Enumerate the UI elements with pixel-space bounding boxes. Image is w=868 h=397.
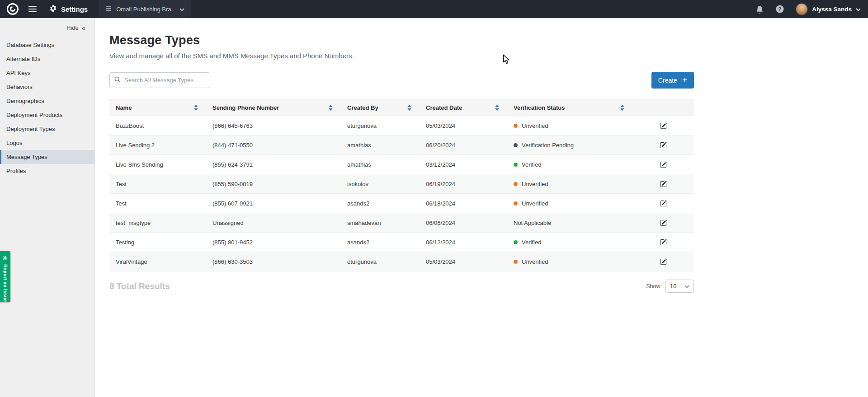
sidebar-item-deployment-products[interactable]: Deployment Products xyxy=(0,108,94,122)
page-size-select[interactable]: 10 xyxy=(665,280,694,293)
column-label: Created By xyxy=(347,104,378,111)
table-body: BuzzBoost (866) 645-6763 eturgunova 05/0… xyxy=(109,116,694,271)
cell-name: Test xyxy=(109,174,206,193)
cell-created-date: 05/03/2024 xyxy=(420,116,507,135)
status-label: Verification Pending xyxy=(522,142,574,149)
user-menu[interactable]: Alyssa Sands xyxy=(796,3,861,15)
cell-created-by: eturgunova xyxy=(341,252,420,271)
app-logo-icon[interactable] xyxy=(6,2,19,16)
edit-icon[interactable] xyxy=(659,179,668,189)
show-label: Show: xyxy=(646,283,662,290)
sidebar-item-database-settings[interactable]: Database Settings xyxy=(0,38,94,52)
status-label: Verified xyxy=(522,239,541,246)
sort-icon[interactable] xyxy=(329,105,333,111)
table-header-row: Name Sending Phone Number Created By xyxy=(109,99,694,116)
sidebar-item-message-types[interactable]: Message Types xyxy=(0,150,94,164)
status-label: Unverified xyxy=(522,122,548,129)
column-label: Name xyxy=(116,104,132,111)
cell-created-by: asands2 xyxy=(341,194,420,213)
report-an-issue-tab[interactable]: Report an Issue xyxy=(0,251,10,302)
main-content: Message Types View and manage all of the… xyxy=(95,18,868,397)
edit-icon[interactable] xyxy=(659,160,668,169)
settings-label: Settings xyxy=(61,5,88,13)
cell-phone: (855) 624-3791 xyxy=(206,155,341,174)
sidebar-item-logos[interactable]: Logos xyxy=(0,136,94,150)
notifications-bell-icon[interactable] xyxy=(755,5,764,14)
column-header-sending-phone-number[interactable]: Sending Phone Number xyxy=(206,99,341,116)
cell-status: Unverified xyxy=(507,252,632,271)
cell-created-by: amathias xyxy=(341,135,420,154)
cell-status: Not Applicable xyxy=(507,213,632,232)
column-header-verification-status[interactable]: Verification Status xyxy=(507,99,632,116)
column-header-created-by[interactable]: Created By xyxy=(341,99,420,116)
cell-name: Testing xyxy=(109,233,206,252)
cell-created-date: 03/12/2024 xyxy=(420,155,507,174)
sidebar-item-api-keys[interactable]: API Keys xyxy=(0,66,94,80)
page-size-value: 10 xyxy=(670,283,676,290)
topbar: Settings Omail Publishing Bra... xyxy=(0,0,868,18)
edit-icon[interactable] xyxy=(659,238,668,247)
sidebar-item-deployment-types[interactable]: Deployment Types xyxy=(0,122,94,136)
cell-name: Test xyxy=(109,194,206,213)
status-dot xyxy=(514,163,518,167)
edit-icon[interactable] xyxy=(659,199,668,208)
column-header-name[interactable]: Name xyxy=(109,99,206,116)
cell-status: Verified xyxy=(507,155,632,174)
report-issue-label: Report an Issue xyxy=(3,264,8,302)
sidebar-item-alternate-ids[interactable]: Alternate IDs xyxy=(0,52,94,66)
gear-icon xyxy=(49,5,57,14)
page-title: Message Types xyxy=(109,33,694,47)
status-dot xyxy=(514,240,518,244)
cell-status: Unverified xyxy=(507,116,632,135)
cell-name: ViralVintage xyxy=(109,252,206,271)
menu-icon[interactable] xyxy=(27,4,38,14)
total-results-label: 8 Total Results xyxy=(109,281,170,291)
edit-icon[interactable] xyxy=(659,218,668,228)
search-box[interactable] xyxy=(109,72,210,88)
cell-phone: (855) 590-0819 xyxy=(206,174,341,193)
brand-selector[interactable]: Omail Publishing Bra... xyxy=(99,0,191,18)
chevron-down-icon xyxy=(856,5,861,13)
search-input[interactable] xyxy=(124,77,205,84)
status-dot xyxy=(514,260,518,264)
sidebar-item-demographics[interactable]: Demographics xyxy=(0,94,94,108)
sort-icon[interactable] xyxy=(620,105,624,111)
cell-created-date: 06/20/2024 xyxy=(420,135,507,154)
status-label: Unverified xyxy=(522,258,548,265)
cell-created-by: isokolov xyxy=(341,174,420,193)
sort-icon[interactable] xyxy=(407,105,411,111)
edit-icon[interactable] xyxy=(659,121,668,131)
table-row: BuzzBoost (866) 645-6763 eturgunova 05/0… xyxy=(109,116,694,135)
topbar-settings-link[interactable]: Settings xyxy=(49,5,88,14)
cell-name: test_msgtype xyxy=(109,213,206,232)
avatar xyxy=(796,3,808,15)
cell-phone: (844) 471-0550 xyxy=(206,135,341,154)
status-dot xyxy=(514,182,518,186)
table-row: Test (855) 607-0921 asands2 06/18/2024 U… xyxy=(109,194,694,213)
cell-name: Live Sending 2 xyxy=(109,135,206,154)
cell-status: Verification Pending xyxy=(507,135,632,154)
edit-icon[interactable] xyxy=(659,257,668,266)
sidebar-item-behaviors[interactable]: Behaviors xyxy=(0,80,94,94)
settings-sidebar: Hide « Database Settings Alternate IDs A… xyxy=(0,18,95,397)
sort-icon[interactable] xyxy=(194,105,198,111)
column-label: Created Date xyxy=(426,104,462,111)
cell-created-date: 06/18/2024 xyxy=(420,194,507,213)
sort-icon[interactable] xyxy=(495,105,499,111)
column-header-created-date[interactable]: Created Date xyxy=(420,99,507,116)
svg-text:?: ? xyxy=(778,6,782,12)
sidebar-item-profiles[interactable]: Profiles xyxy=(0,164,94,178)
cell-created-date: 06/19/2024 xyxy=(420,174,507,193)
edit-icon[interactable] xyxy=(659,140,668,150)
status-dot xyxy=(514,201,518,206)
collapse-icon: « xyxy=(82,24,85,31)
plus-icon: + xyxy=(682,75,687,84)
table-row: Live Sms Sending (855) 624-3791 amathias… xyxy=(109,155,694,174)
help-icon[interactable]: ? xyxy=(775,5,784,14)
status-label: Not Applicable xyxy=(514,220,551,226)
sidebar-collapse-button[interactable]: Hide « xyxy=(0,18,94,38)
chevron-down-icon xyxy=(684,283,689,290)
page-subtitle: View and manage all of the SMS and MMS M… xyxy=(109,52,694,60)
column-label: Sending Phone Number xyxy=(212,104,279,111)
create-button[interactable]: Create + xyxy=(651,72,694,89)
